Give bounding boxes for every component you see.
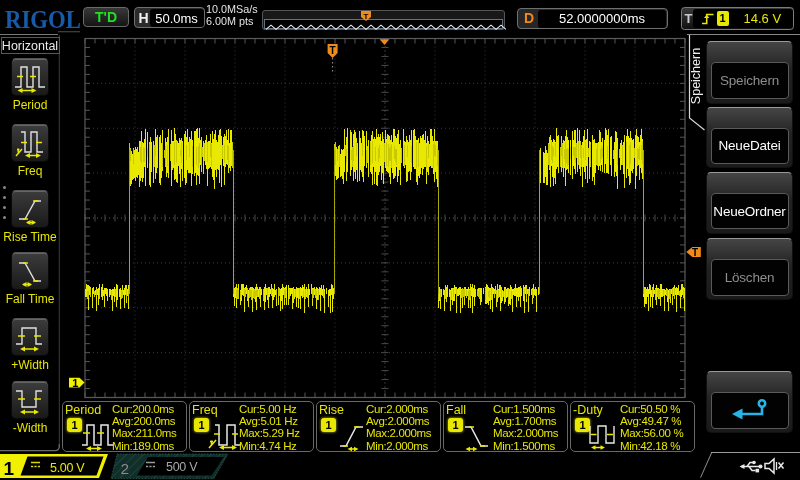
svg-text:1: 1	[4, 458, 15, 479]
svg-text:2: 2	[121, 460, 130, 477]
svg-text:T: T	[692, 247, 698, 258]
svg-text:5.00 V: 5.00 V	[50, 461, 85, 475]
svg-text:T: T	[363, 12, 368, 21]
svg-text:500 V: 500 V	[166, 460, 198, 474]
svg-text:1: 1	[72, 377, 78, 389]
svg-text:T: T	[330, 45, 336, 56]
